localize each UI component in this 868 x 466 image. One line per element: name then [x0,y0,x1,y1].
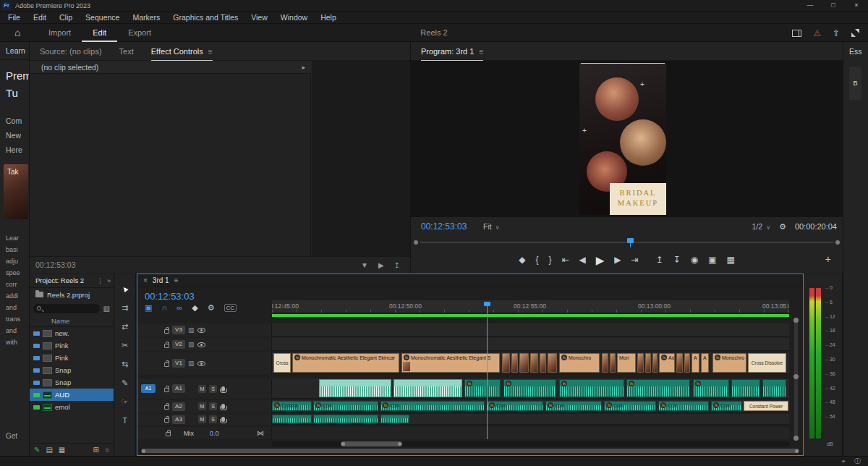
hand-tool[interactable]: ☞ [118,395,132,408]
add-marker-icon[interactable]: ◆ [192,304,197,312]
label-color-chip[interactable] [33,344,40,348]
label-color-chip[interactable] [33,405,40,410]
workspace-switcher-icon[interactable] [792,30,801,37]
source-timecode[interactable]: 00:12:53:03 [35,260,75,269]
program-scrubber[interactable] [414,237,840,247]
toggle-track-output-icon[interactable] [197,328,205,333]
list-view-icon[interactable]: ▤ [46,446,52,454]
pencil-icon[interactable]: ✎ [34,446,40,454]
tab-sequence[interactable]: 3rd 1 [153,276,169,284]
lock-icon[interactable] [164,418,169,423]
menu-window[interactable]: Window [274,12,314,24]
menu-markers[interactable]: Markers [126,12,166,24]
voiceover-record-icon[interactable] [221,386,225,391]
list-item[interactable]: Pink [30,352,114,364]
track-lane-v2[interactable] [272,338,789,351]
source-patch[interactable]: A1 [141,384,156,393]
list-item[interactable]: Snap [30,364,114,376]
scroll-handle[interactable] [793,318,799,323]
add-marker-button[interactable]: ◆ [519,255,525,264]
scroll-handle[interactable] [142,449,145,453]
track-badge-v1[interactable]: V1 [172,359,185,368]
horizontal-scrollbar[interactable] [140,449,800,453]
transition-clip[interactable]: Cross Dissolve [748,353,786,373]
fit-dropdown[interactable]: Fit∨ [483,222,500,231]
menu-help[interactable]: Help [314,12,343,24]
filter-bin-icon[interactable]: ▧ [103,305,110,313]
track-badge-a1[interactable]: A1 [172,384,185,393]
menu-file[interactable]: File [1,12,27,24]
timeline-settings-icon[interactable]: ⚙ [208,304,215,312]
settings-wrench-icon[interactable]: ⚙ [779,223,786,231]
source-patch[interactable] [141,402,156,411]
column-header-name[interactable]: Name [30,315,114,327]
more-icon[interactable]: ⋮ [97,277,103,284]
transition-clip[interactable]: Cross [273,353,291,373]
video-clip[interactable]: fxMonochromatic Aesthetic Elegant S [401,353,500,373]
source-patch[interactable] [141,415,156,424]
sync-lock-icon[interactable]: ▥ [188,360,195,367]
new-item-icon[interactable]: ○ [105,446,109,454]
quick-export-icon[interactable]: ⇧ [833,29,840,38]
scroll-handle[interactable] [793,436,799,441]
audio-clip[interactable]: fxCon [658,401,709,411]
captions-button[interactable]: CC [224,304,237,312]
panel-menu-icon[interactable]: ≡ [479,48,483,56]
sync-lock-icon[interactable]: ▥ [188,326,195,334]
audio-clip[interactable] [762,379,786,397]
export-frame-button[interactable]: ◉ [691,255,698,264]
toggle-track-output-icon[interactable] [197,361,205,366]
comparison-view-button[interactable]: ▣ [708,255,716,264]
filter-icon[interactable]: ▼ [361,261,368,269]
video-clip[interactable] [502,353,510,373]
program-timecode[interactable]: 00:12:53:03 [421,221,467,232]
solo-button[interactable]: S [209,415,217,423]
zoom-handle[interactable] [341,442,345,446]
audio-clip[interactable] [393,379,462,397]
step-forward-button[interactable]: ▶ [614,255,621,264]
solo-button[interactable]: S [209,402,217,410]
warning-icon[interactable]: ⚠ [813,28,821,38]
learn-card-thumbnail[interactable]: Tak [4,164,28,219]
label-color-chip[interactable] [33,393,40,397]
lock-icon[interactable] [164,329,169,334]
source-patch[interactable] [141,359,156,368]
selection-tool[interactable]: ▲ [118,282,132,295]
home-icon[interactable]: ⌂ [14,27,20,38]
menu-graphics-and-titles[interactable]: Graphics and Titles [166,12,244,24]
video-clip[interactable] [652,353,658,373]
track-lane-v3[interactable] [272,323,789,336]
search-input[interactable] [33,304,100,313]
scrollbar-thumb[interactable] [141,449,799,453]
tab-program[interactable]: Program: 3rd 1≡ [421,42,483,61]
source-patch[interactable] [141,326,156,334]
video-clip[interactable] [637,353,644,373]
list-item[interactable]: Snap [30,376,114,389]
audio-clip[interactable] [380,415,409,423]
label-color-chip[interactable] [33,368,40,373]
audio-clip[interactable] [272,415,312,423]
video-clip[interactable] [645,353,651,373]
info-icon[interactable]: ⓘ [854,457,861,466]
mute-button[interactable]: M [198,415,206,423]
vertical-scrollbar[interactable] [794,319,798,439]
play-button[interactable]: ▶ [596,255,605,266]
mute-button[interactable]: M [198,402,206,410]
video-clip[interactable]: A [692,353,699,373]
track-badge-a2[interactable]: A2 [172,402,185,411]
collapsed-panel-tab[interactable]: B [849,67,861,100]
export-media-icon[interactable]: ↥ [394,261,400,269]
step-back-button[interactable]: ◀ [579,255,585,264]
track-lane-v1[interactable]: CrossfxMonochromatic Aesthetic Elegant S… [272,352,789,374]
voiceover-record-icon[interactable] [221,404,225,409]
audio-clip[interactable] [313,415,378,423]
timeline-timecode[interactable]: 00:12:53:03 [145,291,195,302]
transition-clip[interactable]: Constant Power [744,401,788,411]
audio-clip[interactable]: fx [559,379,624,397]
audio-clip[interactable]: fx [464,379,501,397]
zoom-handle[interactable] [398,442,401,446]
scrollbar-thumb[interactable] [341,441,402,446]
video-clip[interactable] [684,353,690,373]
solo-button[interactable]: S [209,385,217,393]
effect-keyframe-area[interactable] [312,61,410,256]
